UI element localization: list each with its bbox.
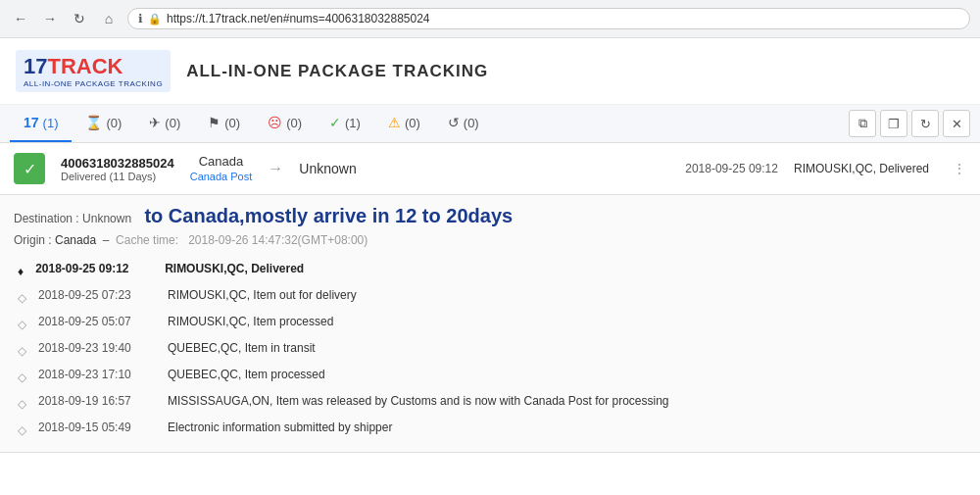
tab-expired[interactable]: ↺ (0) bbox=[434, 105, 493, 142]
url-text: https://t.17track.net/en#nums=4006318032… bbox=[167, 12, 430, 25]
tab-undelivered-count: (0) bbox=[286, 116, 302, 130]
tab-all[interactable]: 17 (1) bbox=[10, 105, 72, 142]
event-description: MISSISSAUGA,ON, Item was released by Cus… bbox=[168, 394, 669, 408]
carrier-block: Canada Canada Post bbox=[190, 154, 253, 183]
logo-box: 17 TRACK ALL-IN-ONE PACKAGE TRACKING bbox=[16, 50, 171, 92]
destination-line: Destination : Unknown to Canada,mostly a… bbox=[14, 205, 966, 227]
tab-alert-icon: ⚠ bbox=[388, 115, 401, 130]
tab-all-count: (1) bbox=[43, 116, 59, 130]
event-row: ◇2018-09-19 16:57MISSISSAUGA,ON, Item wa… bbox=[14, 389, 966, 416]
tabs-right: ⧉ ❐ ↻ ✕ bbox=[849, 110, 970, 137]
event-bullet: ◇ bbox=[18, 396, 26, 411]
info-icon: ℹ bbox=[138, 12, 143, 25]
event-bullet: ◇ bbox=[18, 422, 26, 437]
event-bullet: ◇ bbox=[18, 370, 26, 384]
event-bullet: ♦ bbox=[18, 264, 24, 278]
logo-17: 17 bbox=[24, 54, 47, 79]
event-datetime: 2018-09-23 17:10 bbox=[38, 368, 156, 381]
promo-text: to Canada,mostly arrive in 12 to 20days bbox=[144, 205, 513, 226]
tab-expired-icon: ↺ bbox=[448, 115, 460, 130]
event-datetime: 2018-09-23 19:40 bbox=[38, 341, 156, 355]
tab-delivered-icon: ✓ bbox=[329, 115, 341, 130]
cache-value: 2018-09-26 14:47:32(GMT+08:00) bbox=[188, 233, 368, 247]
logo-sub: ALL-IN-ONE PACKAGE TRACKING bbox=[24, 79, 163, 88]
share-button[interactable]: ❐ bbox=[880, 110, 907, 137]
event-description: RIMOUSKI,QC, Item out for delivery bbox=[168, 288, 357, 302]
package-event-datetime: 2018-09-25 09:12 bbox=[685, 162, 778, 175]
event-description: QUEBEC,QC, Item in transit bbox=[168, 341, 316, 355]
event-row: ♦2018-09-25 09:12RIMOUSKI,QC, Delivered bbox=[14, 257, 966, 283]
tab-transit-icon: ✈ bbox=[149, 115, 161, 130]
tab-pending[interactable]: ⌛ (0) bbox=[72, 105, 135, 142]
package-row: ✓ 4006318032885024 Delivered (11 Days) C… bbox=[0, 143, 980, 195]
origin-line: Origin : Canada – Cache time: 2018-09-26… bbox=[14, 233, 966, 247]
tab-all-icon: 17 bbox=[24, 115, 39, 130]
event-description: QUEBEC,QC, Item processed bbox=[168, 368, 325, 381]
event-bullet: ◇ bbox=[18, 343, 26, 358]
tab-pickup[interactable]: ⚑ (0) bbox=[194, 105, 254, 142]
tracking-number: 4006318032885024 bbox=[61, 156, 174, 171]
package-id-block: 4006318032885024 Delivered (11 Days) bbox=[61, 156, 174, 182]
event-datetime: 2018-09-25 09:12 bbox=[35, 262, 153, 275]
carrier-country: Canada bbox=[190, 154, 253, 169]
event-datetime: 2018-09-25 05:07 bbox=[38, 315, 156, 328]
tab-undelivered-icon: ☹ bbox=[268, 115, 282, 130]
carrier-link[interactable]: Canada Post bbox=[190, 171, 253, 182]
tab-pickup-icon: ⚑ bbox=[208, 115, 220, 130]
refresh-button[interactable]: ↻ bbox=[69, 8, 90, 29]
lock-icon: 🔒 bbox=[148, 13, 162, 25]
logo-area: 17 TRACK ALL-IN-ONE PACKAGE TRACKING bbox=[16, 50, 171, 92]
destination-value: Unknown bbox=[82, 212, 131, 225]
tab-pickup-count: (0) bbox=[224, 116, 240, 130]
event-row: ◇2018-09-23 17:10QUEBEC,QC, Item process… bbox=[14, 363, 966, 389]
tab-undelivered[interactable]: ☹ (0) bbox=[254, 105, 316, 142]
tab-transit-count: (0) bbox=[165, 116, 180, 130]
tab-pending-count: (0) bbox=[106, 116, 122, 130]
origin-value: Canada bbox=[55, 233, 96, 247]
event-bullet: ◇ bbox=[18, 290, 26, 305]
origin-label: Origin : bbox=[14, 233, 52, 247]
event-row: ◇2018-09-25 07:23RIMOUSKI,QC, Item out f… bbox=[14, 283, 966, 310]
copy-button[interactable]: ⧉ bbox=[849, 110, 876, 137]
home-button[interactable]: ⌂ bbox=[98, 8, 120, 29]
cache-label: Cache time: bbox=[116, 233, 178, 247]
back-button[interactable]: ← bbox=[10, 8, 31, 29]
tab-delivered-count: (1) bbox=[345, 116, 361, 130]
tab-delivered[interactable]: ✓ (1) bbox=[316, 105, 374, 142]
tab-alert[interactable]: ⚠ (0) bbox=[374, 105, 434, 142]
tab-transit[interactable]: ✈ (0) bbox=[135, 105, 194, 142]
site-header: 17 TRACK ALL-IN-ONE PACKAGE TRACKING ALL… bbox=[0, 38, 980, 105]
tab-alert-count: (0) bbox=[405, 116, 420, 130]
browser-chrome: ← → ↻ ⌂ ℹ 🔒 https://t.17track.net/en#num… bbox=[0, 0, 980, 38]
arrow-icon: → bbox=[268, 160, 283, 177]
event-description: Electronic information submitted by ship… bbox=[168, 421, 392, 434]
event-row: ◇2018-09-15 05:49Electronic information … bbox=[14, 416, 966, 442]
logo-track: TRACK bbox=[47, 54, 122, 79]
site-title: ALL-IN-ONE PACKAGE TRACKING bbox=[186, 62, 488, 81]
destination-label: Destination : bbox=[14, 212, 79, 225]
tab-pending-icon: ⌛ bbox=[85, 115, 102, 130]
event-datetime: 2018-09-15 05:49 bbox=[38, 421, 156, 434]
package-event-location: RIMOUSKI,QC, Delivered bbox=[794, 162, 929, 175]
package-destination: Unknown bbox=[299, 161, 356, 176]
event-row: ◇2018-09-23 19:40QUEBEC,QC, Item in tran… bbox=[14, 336, 966, 363]
address-bar[interactable]: ℹ 🔒 https://t.17track.net/en#nums=400631… bbox=[127, 8, 970, 29]
event-description: RIMOUSKI,QC, Delivered bbox=[165, 262, 304, 275]
package-status: Delivered (11 Days) bbox=[61, 171, 174, 182]
close-all-button[interactable]: ✕ bbox=[943, 110, 970, 137]
event-description: RIMOUSKI,QC, Item processed bbox=[168, 315, 333, 328]
events-table: ♦2018-09-25 09:12RIMOUSKI,QC, Delivered◇… bbox=[14, 257, 966, 442]
event-datetime: 2018-09-25 07:23 bbox=[38, 288, 156, 302]
event-row: ◇2018-09-25 05:07RIMOUSKI,QC, Item proce… bbox=[14, 310, 966, 336]
event-bullet: ◇ bbox=[18, 317, 26, 331]
event-datetime: 2018-09-19 16:57 bbox=[38, 394, 156, 408]
status-check-icon: ✓ bbox=[14, 153, 45, 184]
tab-expired-count: (0) bbox=[464, 116, 479, 130]
forward-button[interactable]: → bbox=[39, 8, 61, 29]
expand-button[interactable]: ⋮ bbox=[953, 161, 966, 176]
detail-panel: Destination : Unknown to Canada,mostly a… bbox=[0, 195, 980, 453]
tabs-bar: 17 (1) ⌛ (0) ✈ (0) ⚑ (0) ☹ (0) ✓ (1) ⚠ (… bbox=[0, 105, 980, 143]
main-content: ✓ 4006318032885024 Delivered (11 Days) C… bbox=[0, 143, 980, 453]
refresh-all-button[interactable]: ↻ bbox=[911, 110, 939, 137]
